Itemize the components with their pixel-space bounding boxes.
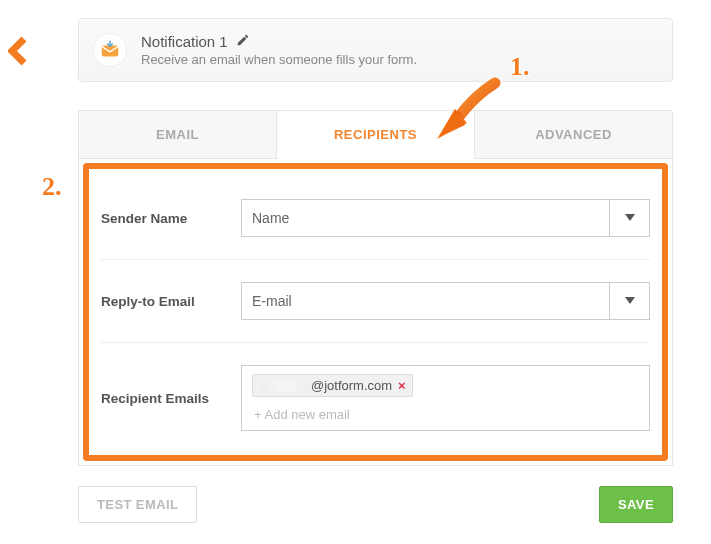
field-recipient-emails: Recipient Emails @jotform.com × + Add ne… [101, 343, 650, 439]
reply-to-label: Reply-to Email [101, 294, 241, 309]
notification-subtitle: Receive an email when someone fills your… [141, 52, 417, 67]
email-chip: @jotform.com × [252, 374, 413, 397]
field-sender-name: Sender Name Name [101, 177, 650, 260]
mail-icon [93, 33, 127, 67]
settings-container: Notification 1 Receive an email when som… [78, 0, 673, 523]
tabs: EMAIL RECIPIENTS ADVANCED [78, 110, 673, 159]
notification-title: Notification 1 [141, 33, 228, 50]
tab-email[interactable]: EMAIL [79, 111, 277, 158]
redacted-text [259, 380, 311, 392]
annotation-two: 2. [42, 172, 62, 202]
notification-header: Notification 1 Receive an email when som… [78, 18, 673, 82]
chevron-down-icon [609, 283, 649, 319]
svg-marker-1 [625, 214, 635, 221]
save-button[interactable]: SAVE [599, 486, 673, 523]
remove-email-icon[interactable]: × [398, 378, 406, 393]
reply-to-select[interactable]: E-mail [241, 282, 650, 320]
field-reply-to: Reply-to Email E-mail [101, 260, 650, 343]
highlighted-region: Sender Name Name Reply-to Email E-mail [83, 163, 668, 461]
add-email-button[interactable]: + Add new email [252, 397, 639, 426]
sender-name-select[interactable]: Name [241, 199, 650, 237]
reply-to-value: E-mail [252, 293, 292, 309]
test-email-button[interactable]: TEST EMAIL [78, 486, 197, 523]
recipient-emails-input[interactable]: @jotform.com × + Add new email [241, 365, 650, 431]
tab-advanced[interactable]: ADVANCED [475, 111, 672, 158]
recipients-panel: Sender Name Name Reply-to Email E-mail [78, 159, 673, 466]
sender-name-value: Name [252, 210, 289, 226]
footer: TEST EMAIL SAVE [78, 486, 673, 523]
sender-name-label: Sender Name [101, 211, 241, 226]
svg-marker-2 [625, 297, 635, 304]
email-chip-text: @jotform.com [311, 378, 392, 393]
tab-recipients[interactable]: RECIPIENTS [277, 111, 475, 159]
recipient-emails-label: Recipient Emails [101, 391, 241, 406]
chevron-down-icon [609, 200, 649, 236]
edit-title-icon[interactable] [236, 33, 250, 50]
back-button[interactable] [8, 36, 30, 69]
